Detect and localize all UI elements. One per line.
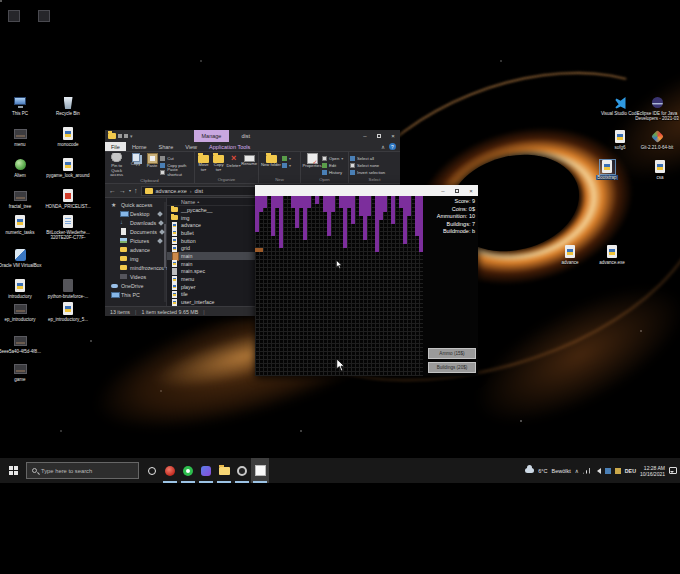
forward-icon[interactable]: → bbox=[119, 187, 126, 194]
desktop-icon-advance[interactable]: advance bbox=[547, 245, 593, 265]
delete-button[interactable]: × Delete▾ bbox=[226, 153, 241, 169]
tray-app-icon-1[interactable] bbox=[605, 468, 611, 474]
taskbar-app-cortana[interactable] bbox=[143, 458, 161, 483]
desktop-icon-csa[interactable]: csa bbox=[637, 160, 680, 180]
close-button[interactable]: × bbox=[464, 185, 478, 196]
nav-item-pictures[interactable]: Pictures bbox=[105, 236, 166, 245]
desktop-icon-advance-exe[interactable]: advance.exe bbox=[589, 245, 635, 265]
desktop-icon-5eee5a40-4f5d-4f8[interactable]: 5eee5a40-4f5d-4f8... bbox=[0, 334, 43, 354]
edit-button[interactable]: Edit bbox=[322, 162, 343, 168]
desktop-icon-fractal-tree[interactable]: fractal_tree bbox=[0, 189, 43, 209]
action-center-icon[interactable] bbox=[669, 467, 677, 474]
select-all-button[interactable]: Select all bbox=[350, 155, 385, 161]
game-shop-button[interactable]: Ammo (15$) bbox=[428, 348, 476, 359]
weather-temp[interactable]: 6°C bbox=[538, 468, 547, 474]
desktop-icon-this-pc[interactable]: This PC bbox=[0, 96, 43, 116]
start-button[interactable] bbox=[0, 458, 26, 483]
tab-share[interactable]: Share bbox=[153, 142, 180, 151]
taskbar-app-whatsapp[interactable] bbox=[179, 458, 197, 483]
rename-button[interactable]: Rename bbox=[241, 153, 257, 167]
game-grid[interactable] bbox=[255, 196, 423, 376]
desktop-icon-honda-pricelist[interactable]: HONDA_PRICELIST... bbox=[45, 189, 91, 209]
properties-button[interactable]: Properties bbox=[302, 153, 322, 169]
tray-app-icon-2[interactable] bbox=[615, 468, 621, 474]
desktop-icon-bootstrap[interactable]: Bootstrap bbox=[584, 160, 630, 180]
paste-shortcut-button[interactable]: Paste shortcut bbox=[160, 169, 193, 175]
game-shop-button[interactable]: Buildings (20$) bbox=[428, 362, 476, 373]
game-canvas[interactable]: Score: 9Coins: 0$Ammunition: 10Buildings… bbox=[255, 196, 478, 376]
up-icon[interactable]: ↑ bbox=[134, 187, 138, 194]
cut-button[interactable]: Cut bbox=[160, 155, 193, 161]
minimize-button[interactable]: – bbox=[358, 130, 372, 142]
tab-file[interactable]: File bbox=[105, 142, 126, 151]
close-button[interactable]: × bbox=[386, 130, 400, 142]
nav-item-this-pc[interactable]: This PC bbox=[105, 290, 166, 299]
recent-locations-icon[interactable]: ▾ bbox=[129, 188, 131, 193]
weather-cloud-icon[interactable] bbox=[525, 468, 534, 473]
nav-item-quick-access[interactable]: Quick access bbox=[105, 200, 166, 209]
desktop-icon-oracle-vm-virtualbox[interactable]: Oracle VM VirtualBox bbox=[0, 248, 43, 268]
minimize-button[interactable]: – bbox=[436, 185, 450, 196]
history-button[interactable]: History bbox=[322, 169, 343, 175]
nav-item-mindfrozencount[interactable]: mindfrozencount bbox=[105, 263, 166, 272]
qat-dropdown-icon[interactable]: ▾ bbox=[130, 133, 133, 139]
open-button[interactable]: Open ▾ bbox=[322, 155, 343, 161]
tab-view[interactable]: View bbox=[179, 142, 203, 151]
desktop-icon-git-2-21-0-64-bit[interactable]: Git-2.21.0-64-bit bbox=[634, 130, 680, 150]
desktop-icon-bitlocker-wiederhe-320te20f-c77f-4a7[interactable]: BitLocker-Wiederhe... 320TE20F-C77F-4A7.… bbox=[45, 215, 91, 240]
nav-item-documents[interactable]: Documents bbox=[105, 227, 166, 236]
select-none-button[interactable]: Select none bbox=[350, 162, 385, 168]
qat-button-2[interactable] bbox=[124, 134, 128, 138]
nav-pane-scrollbar[interactable] bbox=[164, 202, 166, 302]
desktop-icon-altem[interactable]: Altem bbox=[0, 158, 43, 178]
desktop-icon-introductory[interactable]: introductory bbox=[0, 279, 43, 299]
network-icon[interactable] bbox=[583, 468, 590, 474]
new-folder-button[interactable]: New folder bbox=[260, 153, 282, 168]
desktop-icon-python-bruteforce[interactable]: python-bruteforce-... bbox=[45, 279, 91, 299]
tab-home[interactable]: Home bbox=[126, 142, 153, 151]
qat-button-1[interactable] bbox=[118, 134, 122, 138]
back-icon[interactable]: ← bbox=[109, 187, 116, 194]
desktop-icon-recycle-bin[interactable]: Recycle Bin bbox=[45, 96, 91, 116]
desktop-icon-game[interactable]: game bbox=[0, 362, 43, 382]
desktop-icon-unknown-app-2[interactable] bbox=[38, 10, 50, 22]
search-input[interactable]: Type here to search bbox=[26, 462, 139, 479]
desktop-icon-eclipse-ide-for-java-developers-2021-03[interactable]: Eclipse IDE for Java Developers - 2021-0… bbox=[634, 96, 680, 121]
paste-button[interactable]: Paste bbox=[144, 153, 160, 169]
pin-to-quick-access-button[interactable]: Pin to Quick access bbox=[106, 153, 127, 178]
breadcrumb-item[interactable]: dist bbox=[195, 188, 204, 194]
hidden-icons-chevron[interactable]: ∧ bbox=[575, 468, 579, 474]
help-icon[interactable]: ? bbox=[389, 143, 396, 150]
invert-selection-button[interactable]: Invert selection bbox=[350, 169, 385, 175]
taskbar-app-blue-app[interactable] bbox=[197, 458, 215, 483]
copy-button[interactable]: Copy bbox=[127, 153, 143, 167]
tab-application-tools[interactable]: Application Tools bbox=[203, 142, 256, 151]
easy-access-button[interactable]: ▾ bbox=[282, 162, 291, 168]
nav-item-desktop[interactable]: Desktop bbox=[105, 209, 166, 218]
desktop-icon-unknown-app-1[interactable] bbox=[8, 10, 20, 22]
desktop-icon-pygame-look-around[interactable]: pygame_look_around bbox=[45, 158, 91, 178]
copy-to-button[interactable]: Copy to▾ bbox=[211, 153, 226, 172]
taskbar-app-game-window[interactable] bbox=[251, 458, 269, 483]
desktop-icon-ep-introductory[interactable]: ep_introductory bbox=[0, 302, 43, 322]
nav-item-advance[interactable]: advance bbox=[105, 245, 166, 254]
taskbar-app-dark-app[interactable] bbox=[233, 458, 251, 483]
maximize-button[interactable] bbox=[372, 130, 386, 142]
ribbon-collapse-icon[interactable]: ∧ bbox=[381, 144, 385, 150]
manage-contextual-tab[interactable]: Manage bbox=[194, 130, 230, 142]
desktop-icon-numeric-tasks[interactable]: numeric_tasks bbox=[0, 215, 43, 235]
language-indicator[interactable]: DEU bbox=[625, 468, 636, 474]
nav-item-downloads[interactable]: Downloads bbox=[105, 218, 166, 227]
move-to-button[interactable]: Move to▾ bbox=[196, 153, 211, 172]
taskbar-app-file-explorer[interactable] bbox=[215, 458, 233, 483]
speaker-icon[interactable] bbox=[594, 468, 601, 474]
nav-item-videos[interactable]: Videos bbox=[105, 272, 166, 281]
nav-item-img[interactable]: img bbox=[105, 254, 166, 263]
desktop-icon-menu[interactable]: menu bbox=[0, 127, 43, 147]
desktop-icon-ep-introductory-5[interactable]: ep_introductory_5... bbox=[45, 302, 91, 322]
new-item-button[interactable]: ▾ bbox=[282, 155, 291, 161]
taskbar-app-red-app[interactable] bbox=[161, 458, 179, 483]
nav-item-onedrive[interactable]: OneDrive bbox=[105, 281, 166, 290]
desktop-icon-monocode[interactable]: monocode bbox=[45, 127, 91, 147]
taskbar-clock[interactable]: 12:28 AM 10/16/2021 bbox=[640, 465, 665, 477]
